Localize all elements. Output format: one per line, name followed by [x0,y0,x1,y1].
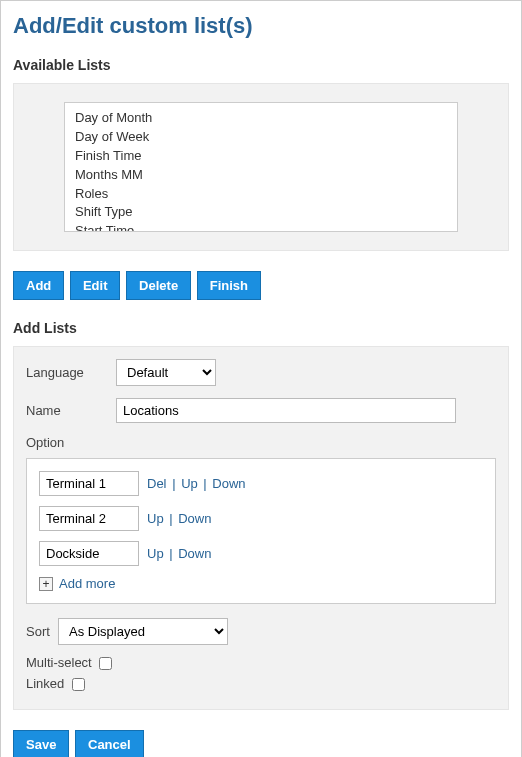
add-lists-heading: Add Lists [13,320,509,336]
option-down-link[interactable]: Down [178,511,211,526]
option-row: Up | Down [39,506,483,531]
save-button[interactable]: Save [13,730,69,757]
add-lists-form: Language Default Name Option Del | Up | … [13,346,509,710]
page-title: Add/Edit custom list(s) [13,13,509,39]
option-actions: Up | Down [147,546,211,561]
option-row: Up | Down [39,541,483,566]
option-down-link[interactable]: Down [212,476,245,491]
language-select[interactable]: Default [116,359,216,386]
option-del-link[interactable]: Del [147,476,167,491]
multi-select-label: Multi-select [26,655,92,670]
option-up-link[interactable]: Up [147,511,164,526]
action-button-row: Add Edit Delete Finish [13,271,509,300]
list-item[interactable]: Months MM [75,166,457,185]
option-up-link[interactable]: Up [181,476,198,491]
edit-button[interactable]: Edit [70,271,121,300]
cancel-button[interactable]: Cancel [75,730,144,757]
add-button[interactable]: Add [13,271,64,300]
list-item[interactable]: Day of Week [75,128,457,147]
list-item[interactable]: Finish Time [75,147,457,166]
list-item[interactable]: Roles [75,185,457,204]
name-label: Name [26,403,116,418]
option-actions: Del | Up | Down [147,476,246,491]
delete-button[interactable]: Delete [126,271,191,300]
option-row: Del | Up | Down [39,471,483,496]
language-label: Language [26,365,116,380]
multi-select-checkbox[interactable] [99,657,112,670]
option-actions: Up | Down [147,511,211,526]
linked-checkbox[interactable] [72,678,85,691]
option-input[interactable] [39,541,139,566]
list-item[interactable]: Shift Type [75,203,457,222]
footer-button-row: Save Cancel [13,730,509,757]
option-input[interactable] [39,471,139,496]
name-input[interactable] [116,398,456,423]
option-label: Option [26,435,496,450]
available-lists-panel: Day of MonthDay of WeekFinish TimeMonths… [13,83,509,251]
available-lists-heading: Available Lists [13,57,509,73]
option-up-link[interactable]: Up [147,546,164,561]
finish-button[interactable]: Finish [197,271,261,300]
list-item[interactable]: Start Time [75,222,457,232]
linked-label: Linked [26,676,64,691]
option-down-link[interactable]: Down [178,546,211,561]
plus-icon[interactable]: + [39,577,53,591]
option-input[interactable] [39,506,139,531]
list-item[interactable]: Day of Month [75,109,457,128]
available-lists-scroll[interactable]: Day of MonthDay of WeekFinish TimeMonths… [64,102,458,232]
add-more-link[interactable]: Add more [59,576,115,591]
option-box: Del | Up | DownUp | DownUp | Down + Add … [26,458,496,604]
sort-label: Sort [26,624,58,639]
sort-select[interactable]: As Displayed [58,618,228,645]
